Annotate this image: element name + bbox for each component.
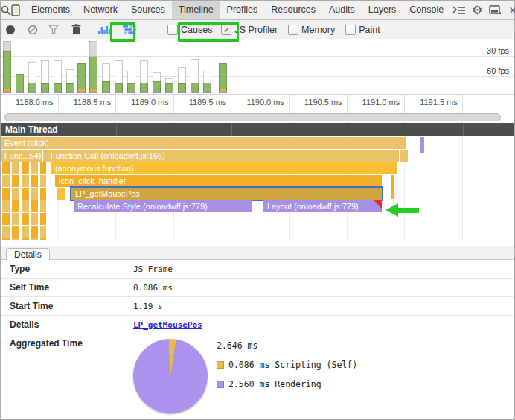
record-icon[interactable] [1,21,20,39]
details-row-aggregated-time: Aggregated Time2.646 ms0.086 ms Scriptin… [1,334,514,420]
details-function-link[interactable]: LP_getMousePos [133,320,202,330]
checkbox-box[interactable]: ✓ [221,25,231,35]
flame-bar-sliver[interactable] [404,150,408,162]
overview-window-scrollbar[interactable] [4,113,501,121]
flame-stack-stripe[interactable] [2,175,10,187]
flame-stack-stripe[interactable] [12,200,19,212]
close-icon[interactable]: ✕ [504,1,515,19]
search-icon[interactable] [1,1,11,19]
details-row-label: Start Time [1,297,127,315]
flame-bar-icon-click-handler[interactable]: icon_click_handler [55,175,382,187]
main-thread-header[interactable]: Main Thread [1,123,514,136]
checkbox-box[interactable] [288,25,298,35]
checkbox-box[interactable] [167,25,178,35]
dock-side-icon[interactable] [486,1,504,19]
flame-bar-recalculate-style-onloadwff-js-779[interactable]: Recalculate Style (onloadwff.js:779) [74,200,252,212]
legend-swatch [217,381,224,388]
fps-rendering-strip [204,92,211,93]
flame-stack-stripe[interactable] [2,200,10,212]
flame-stack-stripe[interactable] [40,226,46,238]
trash-icon[interactable] [66,21,86,39]
fps-overbudget-cap [89,41,97,57]
tab-profiles[interactable]: Profiles [220,1,265,19]
tab-console[interactable]: Console [403,1,450,19]
checkbox-js-profiler[interactable]: ✓JS Profiler [221,25,278,35]
flame-stack-stripe[interactable] [12,162,19,174]
flame-stack-stripe[interactable] [2,162,10,174]
flame-bar-sliver[interactable] [57,188,65,200]
device-mode-icon[interactable] [11,1,20,19]
details-row-value: 1.19 s [127,297,163,315]
flame-chart-icon[interactable] [120,21,139,39]
tab-layers[interactable]: Layers [362,1,403,19]
flame-bar-func-54[interactable]: Func...54) [1,150,42,162]
frames-chart-icon[interactable] [95,21,114,39]
checkbox-paint[interactable]: Paint [345,25,380,35]
flame-stack-stripe[interactable] [40,162,46,174]
tab-sources[interactable]: Sources [124,1,172,19]
checkbox-memory[interactable]: Memory [288,25,335,35]
flame-stack-stripe[interactable] [12,213,19,225]
flame-stack-stripe[interactable] [22,226,29,238]
flame-stack-stripe[interactable] [12,188,19,200]
checkbox-causes[interactable]: Causes [167,25,212,35]
clear-icon[interactable] [23,21,42,39]
flame-bar-sliver[interactable] [420,137,424,153]
flame-stack-stripe[interactable] [12,238,19,240]
flame-stack-stripe[interactable] [40,238,46,240]
flame-stack-stripe[interactable] [31,213,38,225]
flame-stack-stripe[interactable] [22,238,29,240]
fps-rendering-strip [42,92,48,93]
flame-stack-stripe[interactable] [40,200,46,212]
ruler-tick-label: 1189.5 ms [174,95,232,111]
flame-bar-sliver[interactable] [391,175,394,199]
flame-stack-stripe[interactable] [40,188,46,200]
tab-elements[interactable]: Elements [25,1,77,19]
fps-rendering-strip [128,92,135,93]
flame-stack-stripe[interactable] [2,226,10,238]
tab-network[interactable]: Network [77,1,124,19]
fps-rendering-strip [220,92,226,93]
flame-stack-stripe[interactable] [40,175,46,187]
flame-bar-event-click[interactable]: Event (click) [1,137,406,149]
toolbar-checkboxes: Causes✓JS ProfilerMemoryPaint [145,25,380,35]
details-row-value: LP_getMousePos [127,316,202,334]
details-row-type: TypeJS Frame [1,260,514,279]
flame-stack-stripe[interactable] [22,200,29,212]
checkbox-label: Causes [181,25,212,35]
flame-stack-stripe[interactable] [2,238,10,240]
flame-stack-stripe[interactable] [22,175,29,187]
flame-stack-stripe[interactable] [2,213,10,225]
flame-stack-stripe[interactable] [31,238,38,240]
flame-stack-stripe[interactable] [12,175,19,187]
flame-stack-stripe[interactable] [31,175,38,187]
console-drawer-icon[interactable] [450,1,468,19]
flame-stack-stripe[interactable] [31,162,38,174]
flame-stack-stripe[interactable] [22,188,29,200]
fps-rendering-strip [179,92,185,93]
filter-icon[interactable] [44,21,63,39]
flame-stack-stripe[interactable] [40,213,46,225]
flame-stack-stripe[interactable] [2,188,10,200]
settings-gear-icon[interactable]: ⚙ [468,1,486,19]
green-arrow-annotation [386,203,419,217]
timeline-overview[interactable]: 30 fps60 fps [1,39,514,94]
flame-chart: Event (click)Func...54)Function Call (on… [1,136,514,240]
flame-bar-function-call-onloadwff-js-166[interactable]: Function Call (onloadwff.js:166) [47,150,399,162]
details-row-details: DetailsLP_getMousePos [1,316,514,334]
fps-rendering-strip [16,92,23,93]
tab-timeline[interactable]: Timeline [172,1,220,19]
checkbox-box[interactable] [345,25,356,35]
tab-audits[interactable]: Audits [322,1,362,19]
flame-stack-stripe[interactable] [31,200,38,212]
flame-stack-stripe[interactable] [22,213,29,225]
flame-bar-layout-onloadwff-js-779[interactable]: Layout (onloadwff.js:779) [263,200,382,212]
flame-bar-anonymous-function[interactable]: (anonymous function) [51,162,397,174]
flame-stack-stripe[interactable] [22,162,29,174]
tab-resources[interactable]: Resources [264,1,322,19]
flame-stack-stripe[interactable] [31,226,38,238]
flame-stack-stripe[interactable] [31,188,38,200]
flame-stack-stripe[interactable] [12,226,19,238]
ruler-tick-label: 1190.5 ms [290,95,348,111]
flame-bar-lp-getmousepos[interactable]: LP_getMousePos [71,188,382,200]
